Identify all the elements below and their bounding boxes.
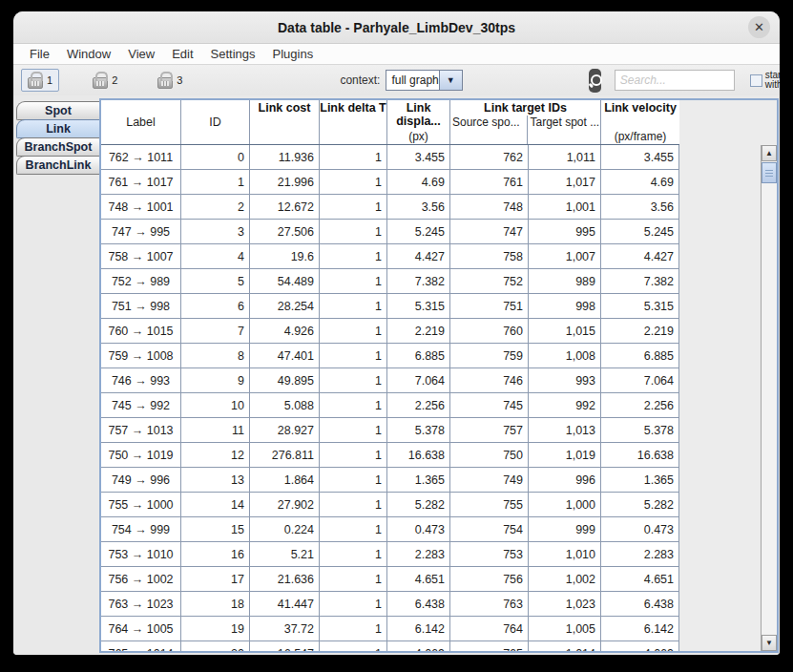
cell-link-cost[interactable]: 21.636 — [250, 567, 320, 592]
cell-link-displacement[interactable]: 6.885 — [387, 344, 450, 368]
cell-link-displacement[interactable]: 0.473 — [387, 517, 450, 542]
cell-link-velocity[interactable]: 5.378 — [601, 418, 679, 443]
cell-link-cost[interactable]: 28.254 — [250, 294, 320, 319]
cell-link-cost[interactable]: 12.672 — [250, 195, 320, 220]
cell-id[interactable]: 6 — [181, 294, 250, 319]
cell-id[interactable]: 18 — [181, 592, 250, 617]
cell-link-displacement[interactable]: 6.438 — [387, 592, 450, 617]
cell-link-displacement[interactable]: 1.365 — [387, 468, 450, 493]
cell-link-velocity[interactable]: 5.245 — [601, 220, 679, 244]
cell-target-spot-id[interactable]: 1,015 — [529, 319, 601, 344]
cell-link-velocity[interactable]: 5.315 — [601, 294, 679, 319]
cell-link-displacement[interactable]: 4.069 — [387, 641, 450, 653]
table-row[interactable]: 764 → 1005 19 37.72 1 6.142 764 1,005 6.… — [101, 617, 679, 641]
cell-link-delta-t[interactable]: 1 — [320, 567, 387, 592]
cell-source-spot-id[interactable]: 763 — [450, 592, 529, 617]
cell-link-delta-t[interactable]: 1 — [320, 344, 387, 368]
cell-label[interactable]: 758 → 1007 — [101, 244, 181, 269]
scrollbar-up-button[interactable]: ▲ — [762, 145, 777, 161]
column-header-link-delta-t[interactable]: Link delta T — [320, 100, 387, 144]
context-select[interactable]: full graph ▼ — [386, 70, 462, 91]
cell-target-spot-id[interactable]: 1,007 — [529, 244, 601, 269]
cell-link-velocity[interactable]: 4.427 — [601, 244, 679, 269]
cell-id[interactable]: 2 — [181, 195, 250, 220]
cell-source-spot-id[interactable]: 764 — [450, 617, 529, 641]
table-row[interactable]: 745 → 992 10 5.088 1 2.256 745 992 2.256 — [101, 393, 679, 418]
cell-source-spot-id[interactable]: 755 — [450, 493, 529, 517]
lock-group-button-1[interactable]: 1 — [21, 69, 59, 92]
cell-target-spot-id[interactable]: 1,002 — [529, 567, 601, 592]
cell-label[interactable]: 759 → 1008 — [101, 344, 181, 368]
cell-link-displacement[interactable]: 4.69 — [387, 170, 450, 195]
cell-link-velocity[interactable]: 16.638 — [601, 443, 679, 468]
cell-id[interactable]: 14 — [181, 493, 250, 517]
cell-id[interactable]: 13 — [181, 468, 250, 493]
cell-target-spot-id[interactable]: 993 — [529, 368, 601, 393]
cell-link-displacement[interactable]: 6.142 — [387, 617, 450, 641]
cell-link-displacement[interactable]: 7.382 — [387, 269, 450, 294]
cell-id[interactable]: 9 — [181, 368, 250, 393]
cell-label[interactable]: 760 → 1015 — [101, 319, 181, 344]
starts-with-checkbox[interactable] — [750, 74, 762, 87]
cell-label[interactable]: 750 → 1019 — [101, 443, 181, 468]
cell-source-spot-id[interactable]: 751 — [450, 294, 529, 319]
cell-link-displacement[interactable]: 2.219 — [387, 319, 450, 344]
table-row[interactable]: 757 → 1013 11 28.927 1 5.378 757 1,013 5… — [101, 418, 679, 443]
cell-label[interactable]: 761 → 1017 — [101, 170, 181, 195]
cell-label[interactable]: 757 → 1013 — [101, 418, 181, 443]
cell-target-spot-id[interactable]: 1,013 — [529, 418, 601, 443]
menu-item-window[interactable]: Window — [58, 47, 119, 61]
cell-link-velocity[interactable]: 7.064 — [601, 368, 679, 393]
column-header-source-spot[interactable]: Source spo... — [450, 116, 528, 144]
cell-target-spot-id[interactable]: 1,011 — [529, 145, 601, 170]
cell-link-cost[interactable]: 19.6 — [250, 244, 320, 269]
cell-target-spot-id[interactable]: 999 — [529, 517, 601, 542]
table-row[interactable]: 749 → 996 13 1.864 1 1.365 749 996 1.365 — [101, 468, 679, 493]
cell-link-displacement[interactable]: 5.315 — [387, 294, 450, 319]
cell-target-spot-id[interactable]: 1,010 — [529, 542, 601, 567]
cell-id[interactable]: 11 — [181, 418, 250, 443]
menu-item-file[interactable]: File — [21, 47, 58, 61]
cell-label[interactable]: 746 → 993 — [101, 368, 181, 393]
cell-label[interactable]: 765 → 1014 — [101, 641, 181, 653]
cell-label[interactable]: 745 → 992 — [101, 393, 181, 418]
cell-label[interactable]: 764 → 1005 — [101, 617, 181, 641]
table-row[interactable]: 746 → 993 9 49.895 1 7.064 746 993 7.064 — [101, 368, 679, 393]
cell-source-spot-id[interactable]: 756 — [450, 567, 529, 592]
cell-link-cost[interactable]: 49.895 — [250, 368, 320, 393]
cell-id[interactable]: 10 — [181, 393, 250, 418]
cell-link-velocity[interactable]: 4.651 — [601, 567, 679, 592]
cell-source-spot-id[interactable]: 761 — [450, 170, 529, 195]
cell-link-displacement[interactable]: 4.427 — [387, 244, 450, 269]
cell-source-spot-id[interactable]: 762 — [450, 145, 529, 170]
cell-id[interactable]: 7 — [181, 319, 250, 344]
cell-link-velocity[interactable]: 0.473 — [601, 517, 679, 542]
table-row[interactable]: 754 → 999 15 0.224 1 0.473 754 999 0.473 — [101, 517, 679, 542]
cell-target-spot-id[interactable]: 998 — [529, 294, 601, 319]
cell-label[interactable]: 753 → 1010 — [101, 542, 181, 567]
cell-source-spot-id[interactable]: 746 — [450, 368, 529, 393]
cell-source-spot-id[interactable]: 745 — [450, 393, 529, 418]
cell-link-displacement[interactable]: 2.256 — [387, 393, 450, 418]
column-header-target-spot[interactable]: Target spot ... — [528, 116, 600, 144]
cell-link-velocity[interactable]: 4.69 — [601, 170, 679, 195]
column-header-id[interactable]: ID — [181, 100, 250, 144]
cell-link-delta-t[interactable]: 1 — [320, 641, 387, 653]
cell-link-cost[interactable]: 41.447 — [250, 592, 320, 617]
cell-id[interactable]: 12 — [181, 443, 250, 468]
cell-link-delta-t[interactable]: 1 — [320, 220, 387, 244]
cell-link-displacement[interactable]: 3.56 — [387, 195, 450, 220]
cell-id[interactable]: 1 — [181, 170, 250, 195]
cell-link-cost[interactable]: 27.506 — [250, 220, 320, 244]
cell-label[interactable]: 754 → 999 — [101, 517, 181, 542]
cell-link-displacement[interactable]: 5.378 — [387, 418, 450, 443]
tab-link[interactable]: Link — [16, 119, 99, 138]
table-row[interactable]: 761 → 1017 1 21.996 1 4.69 761 1,017 4.6… — [101, 170, 679, 195]
cell-link-displacement[interactable]: 4.651 — [387, 567, 450, 592]
cell-label[interactable]: 755 → 1000 — [101, 493, 181, 517]
column-header-link-displacement[interactable]: Link displa... (px) — [387, 100, 450, 144]
cell-link-cost[interactable]: 11.936 — [250, 145, 320, 170]
cell-link-delta-t[interactable]: 1 — [320, 319, 387, 344]
table-row[interactable]: 762 → 1011 0 11.936 1 3.455 762 1,011 3.… — [101, 145, 679, 170]
cell-source-spot-id[interactable]: 752 — [450, 269, 529, 294]
